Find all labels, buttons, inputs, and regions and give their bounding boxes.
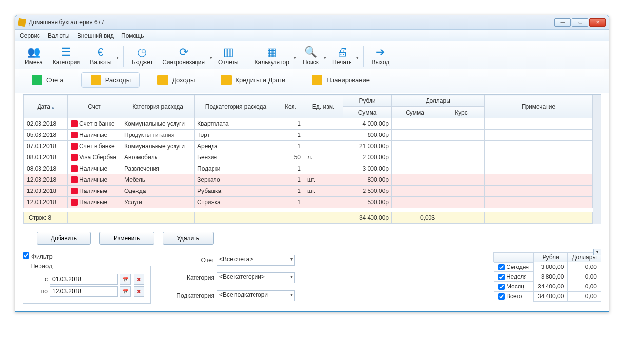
users-icon: 👥 [27,45,40,59]
tool-search[interactable]: 🔍Поиск [298,44,324,69]
clear-date-icon[interactable]: ✖ [134,286,144,297]
scrollbar[interactable] [593,95,601,224]
tool-sync[interactable]: ⟳Синхронизация [157,44,210,69]
calendar-icon[interactable]: 📅 [120,286,131,297]
tool-names[interactable]: 👥Имена [20,44,48,69]
tab-planning[interactable]: Планирование [303,73,378,87]
col-note[interactable]: Примечание [485,95,593,118]
sync-icon: ⟳ [177,45,191,59]
col-subcategory[interactable]: Подкатегория расхода [195,95,277,118]
tab-accounts[interactable]: Счета [23,73,73,87]
subcategory-select[interactable]: <Все подкатегори [217,290,295,301]
dropdown-icon[interactable]: ▾ [210,53,214,60]
tree-icon: ☰ [59,45,73,59]
menu-service[interactable]: Сервис [20,32,40,39]
table-row[interactable]: 12.03.2018НаличныеОдеждаРубашка1шт.2 500… [24,186,593,197]
tool-exit[interactable]: ➔Выход [367,44,394,69]
cash-icon [71,176,78,183]
menu-help[interactable]: Помощь [121,32,144,39]
action-buttons: Добавить Изменить Удалить [23,224,601,252]
summary-table: РублиДоллары Сегодня3 800,000,00Неделя3 … [493,252,601,304]
table-row[interactable]: 12.03.2018НаличныеУслугиСтрижка1500,00р [24,197,593,208]
col-unit[interactable]: Ед. изм. [304,95,343,118]
titlebar: Домашняя бухгалтерия 6 / / — ▭ ✕ [15,15,609,30]
summary-row: Всего34 400,000,00 [494,291,601,301]
exit-icon: ➔ [373,45,387,59]
dropdown-icon[interactable]: ▾ [294,53,298,60]
cash-icon [71,165,78,172]
menubar: Сервис Валюты Внешний вид Помощь [15,30,609,41]
edit-button[interactable]: Изменить [99,232,154,245]
col-group-dollars[interactable]: Доллары [392,95,485,107]
date-from-input[interactable] [50,274,118,285]
tab-income[interactable]: Доходы [149,73,203,87]
summary-checkbox[interactable] [498,274,505,280]
menu-appearance[interactable]: Внешний вид [78,32,114,39]
col-category[interactable]: Категория расхода [121,95,195,118]
dropdown-icon[interactable]: ▾ [324,53,328,60]
summary-row: Неделя3 800,000,00 [494,272,601,282]
col-usd-rate[interactable]: Курс [438,107,485,118]
col-qty[interactable]: Кол. [277,95,304,118]
tool-categories[interactable]: ☰Категории [48,44,85,69]
print-icon: 🖨 [335,45,349,59]
tab-credits[interactable]: Кредиты и Долги [212,73,294,87]
summary-checkbox[interactable] [498,293,505,300]
accounts-icon [32,75,42,85]
col-usd-sum[interactable]: Сумма [392,107,438,118]
col-date[interactable]: Дата [24,95,68,118]
col-rub-sum[interactable]: Сумма [343,107,392,118]
search-icon: 🔍 [304,45,317,59]
summary-row: Месяц34 400,000,00 [494,282,601,291]
table-row[interactable]: 07.03.2018Счет в банкеКоммунальные услуг… [24,141,593,152]
col-group-rubles[interactable]: Рубли [343,95,392,107]
to-label: по [28,288,48,295]
table-row[interactable]: 05.03.2018НаличныеПродукты питанияТорт16… [24,130,593,141]
summary-checkbox[interactable] [498,264,505,270]
filter-label: Фильтр [31,253,53,260]
filter-checkbox[interactable] [23,252,29,259]
table-row[interactable]: 12.03.2018НаличныеМебельЗеркало1шт.800,0… [24,174,593,186]
menu-currencies[interactable]: Валюты [48,32,70,39]
tool-currencies[interactable]: €Валюты [85,44,117,69]
chart-icon: ▥ [222,45,235,59]
close-button[interactable]: ✕ [589,18,606,27]
subcategory-select-label: Подкатегория [160,292,214,299]
date-to-input[interactable] [50,286,118,297]
table-row[interactable]: 08.03.2018Visa СбербанАвтомобильБензин50… [24,152,593,163]
delete-button[interactable]: Удалить [163,232,214,245]
account-select-label: Счет [160,257,214,264]
calendar-icon[interactable]: 📅 [120,274,131,285]
dropdown-icon[interactable]: ▾ [117,53,120,60]
app-window: Домашняя бухгалтерия 6 / / — ▭ ✕ Сервис … [15,15,609,312]
tab-expenses[interactable]: Расходы [81,72,140,88]
add-button[interactable]: Добавить [37,232,91,245]
clear-date-icon[interactable]: ✖ [134,274,144,285]
bank-icon [71,120,78,127]
maximize-button[interactable]: ▭ [572,18,588,27]
cash-icon [71,188,78,194]
cash-icon [71,199,78,206]
tool-print[interactable]: 🖨Печать [328,44,356,69]
app-icon [18,18,27,27]
table-row[interactable]: 08.03.2018НаличныеРазвлеченияПодарки13 0… [24,163,593,174]
window-title: Домашняя бухгалтерия 6 / / [29,19,104,26]
gauge-icon: ◷ [135,45,149,59]
totals-row: Строк: 8 34 400,00р 0,00$ [24,212,593,224]
dropdown-icon[interactable]: ▾ [356,53,360,60]
expenses-icon [91,75,101,85]
income-icon [157,75,168,85]
tool-reports[interactable]: ▥Отчеты [214,44,243,69]
account-select[interactable]: <Все счета> [217,255,295,266]
filter-panel: Фильтр Период с 📅 ✖ по 📅 ✖ [23,252,151,304]
collapse-panel-button[interactable]: ▾ [593,249,601,255]
minimize-button[interactable]: — [554,18,571,27]
summary-checkbox[interactable] [498,284,505,290]
tool-budget[interactable]: ◷Бюджет [127,44,157,69]
cash-icon [71,132,78,138]
tool-calculator[interactable]: ▦Калькулятор [250,44,294,69]
category-select[interactable]: <Все категории> [217,272,295,283]
table-row[interactable]: 02.03.2018Счет в банкеКоммунальные услуг… [24,118,593,130]
col-account[interactable]: Счет [68,95,121,118]
category-select-label: Категория [160,274,214,281]
